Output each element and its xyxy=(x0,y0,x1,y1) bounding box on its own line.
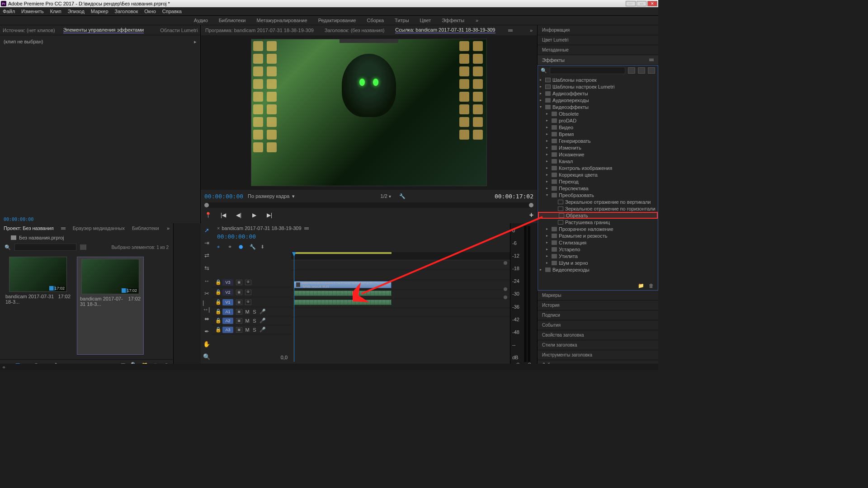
tree-item[interactable]: ▾Видеоэффекты xyxy=(538,103,658,110)
bin-item[interactable]: 17:02 bandicam 2017-07-31 18-3...17:02 xyxy=(77,257,144,355)
expand-icon[interactable]: ▸ xyxy=(546,173,550,177)
tab-history[interactable]: История xyxy=(538,300,658,310)
playhead[interactable] xyxy=(294,252,294,362)
mute-button[interactable]: M xyxy=(245,327,250,333)
arrow-right-icon[interactable]: ▸ xyxy=(194,39,197,45)
expand-icon[interactable]: ▾ xyxy=(540,105,543,109)
timeline-ruler[interactable] xyxy=(291,252,510,260)
menu-title[interactable]: Заголовок xyxy=(115,9,138,14)
menu-sequence[interactable]: Эпизод xyxy=(68,9,85,14)
menu-help[interactable]: Справка xyxy=(162,9,182,14)
settings-icon[interactable]: 🔧 xyxy=(250,244,256,250)
razor-tool[interactable]: ✂ xyxy=(203,289,211,297)
fx-yuv-icon[interactable] xyxy=(648,67,655,74)
tab-effects[interactable]: Эффекты xyxy=(538,55,658,65)
tab-project[interactable]: Проект: Без названия xyxy=(4,225,54,231)
link-icon[interactable]: ⚭ xyxy=(228,244,234,250)
tree-item[interactable]: ▸Канал xyxy=(538,158,658,164)
menu-marker[interactable]: Маркер xyxy=(91,9,108,14)
resolution-select[interactable]: 1/2 ▾ xyxy=(381,193,391,199)
mute-button[interactable]: M xyxy=(245,318,250,324)
workspace-libraries[interactable]: Библиотеки xyxy=(219,18,246,23)
sequence-name[interactable]: bandicam 2017-07-31 18-38-19-309 xyxy=(222,225,301,231)
track-v3[interactable]: V3 xyxy=(222,279,233,286)
audio-clip[interactable] xyxy=(294,291,392,296)
expand-icon[interactable]: ▸ xyxy=(546,227,550,231)
tree-item[interactable]: ▸Аудиопереходы xyxy=(538,97,658,103)
workspace-color[interactable]: Цвет xyxy=(420,18,431,23)
tree-item[interactable]: ▸Стилизация xyxy=(538,239,658,246)
mic-icon[interactable]: 🎤 xyxy=(259,309,266,314)
expand-icon[interactable]: ▸ xyxy=(546,166,550,170)
insert-icon[interactable]: + xyxy=(529,211,533,219)
track-row-v1[interactable]: bandicam 2017-07-31 18-38-19-309.mp4 [V] xyxy=(291,280,510,290)
bin-item[interactable]: 17:02 bandicam 2017-07-31 18-3...17:02 xyxy=(5,257,71,355)
tree-item[interactable]: ▸Устарело xyxy=(538,246,658,253)
track-a3[interactable]: A3 xyxy=(222,327,233,333)
filter-icon[interactable] xyxy=(80,244,86,250)
menu-clip[interactable]: Клип xyxy=(50,9,61,14)
tree-item[interactable]: ▸Перспектива xyxy=(538,185,658,192)
track-output[interactable]: 👁 xyxy=(245,290,251,295)
menu-edit[interactable]: Изменить xyxy=(21,9,44,14)
menu-file[interactable]: Файл xyxy=(3,9,15,14)
track-visibility[interactable]: ▣ xyxy=(236,327,242,333)
tab-lumetri-scopes[interactable]: Области Lumetri xyxy=(160,28,198,33)
workspace-assembly[interactable]: Сборка xyxy=(367,18,384,23)
tree-item[interactable]: Растушевка границ xyxy=(538,219,658,225)
mute-button[interactable]: M xyxy=(245,309,250,314)
track-visibility[interactable]: ▣ xyxy=(236,318,242,324)
solo-button[interactable]: S xyxy=(252,327,257,333)
wrench-icon[interactable]: ⬇ xyxy=(260,244,267,250)
track-row-a1[interactable] xyxy=(291,290,510,299)
expand-icon[interactable]: ▸ xyxy=(546,132,550,136)
expand-icon[interactable]: ▸ xyxy=(546,247,550,251)
tree-item[interactable]: ▸Видеопереходы xyxy=(538,266,658,273)
tree-item[interactable]: ▸Искажение xyxy=(538,151,658,158)
tab-info[interactable]: Информация xyxy=(538,25,658,35)
zoom-tool[interactable]: 🔍 xyxy=(203,352,211,361)
track-v1[interactable]: V1 xyxy=(222,299,233,305)
lock-icon[interactable]: 🔒 xyxy=(215,279,220,285)
expand-icon[interactable]: ▸ xyxy=(546,240,550,244)
lock-icon[interactable]: 🔒 xyxy=(215,318,220,324)
lock-icon[interactable]: 🔒 xyxy=(215,327,220,333)
expand-icon[interactable]: ▸ xyxy=(546,112,550,116)
expand-icon[interactable]: ▸ xyxy=(546,179,550,183)
maximize-button[interactable]: ▭ xyxy=(637,1,646,6)
track-row-a2[interactable] xyxy=(291,299,510,308)
hand-tool[interactable]: ✋ xyxy=(203,340,211,348)
expand-icon[interactable]: ▸ xyxy=(546,152,550,156)
solo-button[interactable]: S xyxy=(252,309,257,314)
expand-icon[interactable]: ▸ xyxy=(540,78,543,82)
tab-effect-controls[interactable]: Элементы управления эффектами xyxy=(63,27,144,33)
source-timecode[interactable]: 00:00:00:00 xyxy=(4,217,33,222)
expand-icon[interactable]: ▸ xyxy=(546,145,550,150)
track-visibility[interactable]: ▣ xyxy=(236,280,242,285)
tree-item[interactable]: ▾Преобразовать xyxy=(538,192,658,198)
track-row-v3[interactable] xyxy=(291,260,510,270)
rate-stretch-tool[interactable]: ↔ xyxy=(203,277,211,285)
workspace-titles[interactable]: Титры xyxy=(395,18,409,23)
prev-frame-icon[interactable]: ◀| xyxy=(235,211,242,219)
trash-icon[interactable]: 🗑 xyxy=(648,282,654,289)
lock-icon[interactable]: 🔒 xyxy=(215,299,220,305)
track-visibility[interactable]: ▣ xyxy=(236,290,242,295)
panel-menu-icon[interactable] xyxy=(61,227,66,230)
expand-icon[interactable]: ▸ xyxy=(540,98,543,102)
tree-item[interactable]: Обрезать xyxy=(538,212,658,219)
workspace-overflow[interactable]: » xyxy=(476,18,478,23)
track-visibility[interactable]: ▣ xyxy=(236,300,242,305)
tree-item[interactable]: ▸Шум и зерно xyxy=(538,259,658,266)
mic-icon[interactable]: 🎤 xyxy=(259,327,266,333)
tab-title-props[interactable]: Свойства заголовка xyxy=(538,330,658,340)
project-search-input[interactable] xyxy=(14,244,76,251)
effects-search-input[interactable] xyxy=(550,67,625,74)
track-row-v2[interactable] xyxy=(291,270,510,280)
workspace-audio[interactable]: Аудио xyxy=(194,18,208,23)
track-visibility[interactable]: ▣ xyxy=(236,309,242,314)
settings-icon[interactable]: 🔧 xyxy=(399,193,406,199)
expand-icon[interactable]: ▸ xyxy=(540,267,543,272)
effects-tree[interactable]: ▸Шаблоны настроек▸Шаблоны настроек Lumet… xyxy=(538,75,658,281)
panel-overflow[interactable]: » xyxy=(167,225,170,231)
